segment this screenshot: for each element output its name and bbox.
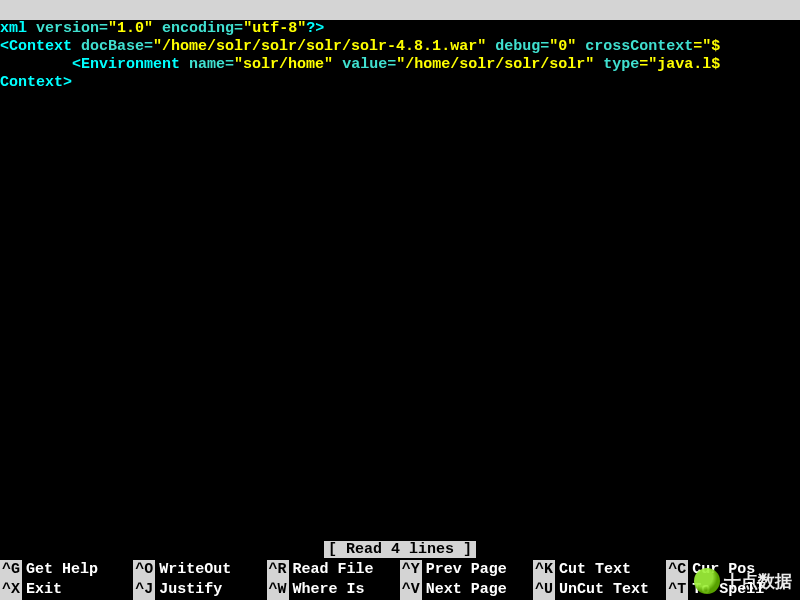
shortcut-label: To Spell	[692, 580, 764, 600]
shortcut-uncut-text[interactable]: ^UUnCut Text	[533, 580, 666, 600]
shortcut-row-2: ^XExit^JJustify^WWhere Is^VNext Page^UUn…	[0, 580, 800, 600]
shortcut-key: ^T	[666, 580, 688, 600]
shortcut-label: Where Is	[293, 580, 365, 600]
shortcut-key: ^G	[0, 560, 22, 580]
title-bar: GNU nano 2.2.6 File: solr.xml	[0, 0, 800, 20]
shortcut-justify[interactable]: ^JJustify	[133, 580, 266, 600]
shortcut-next-page[interactable]: ^VNext Page	[400, 580, 533, 600]
shortcut-key: ^X	[0, 580, 22, 600]
shortcut-row-1: ^GGet Help^OWriteOut^RRead File^YPrev Pa…	[0, 560, 800, 580]
editor-line[interactable]: Context>	[0, 74, 800, 92]
shortcut-label: UnCut Text	[559, 580, 649, 600]
shortcut-label: Prev Page	[426, 560, 507, 580]
editor-line[interactable]: xml version="1.0" encoding="utf-8"?>	[0, 20, 800, 38]
shortcut-get-help[interactable]: ^GGet Help	[0, 560, 133, 580]
shortcut-exit[interactable]: ^XExit	[0, 580, 133, 600]
shortcut-label: Read File	[293, 560, 374, 580]
shortcut-cut-text[interactable]: ^KCut Text	[533, 560, 666, 580]
editor-area[interactable]: xml version="1.0" encoding="utf-8"?><Con…	[0, 20, 800, 92]
editor-line[interactable]: <Environment name="solr/home" value="/ho…	[0, 56, 800, 74]
shortcut-read-file[interactable]: ^RRead File	[267, 560, 400, 580]
status-text: [ Read 4 lines ]	[324, 541, 476, 558]
shortcut-label: WriteOut	[159, 560, 231, 580]
shortcut-label: Exit	[26, 580, 62, 600]
editor-line[interactable]: <Context docBase="/home/solr/solr/solr/s…	[0, 38, 800, 56]
shortcut-key: ^K	[533, 560, 555, 580]
shortcut-key: ^O	[133, 560, 155, 580]
shortcut-label: Justify	[159, 580, 222, 600]
shortcut-key: ^C	[666, 560, 688, 580]
shortcut-label: Cur Pos	[692, 560, 755, 580]
shortcut-key: ^J	[133, 580, 155, 600]
shortcut-label: Get Help	[26, 560, 98, 580]
shortcut-key: ^U	[533, 580, 555, 600]
shortcut-where-is[interactable]: ^WWhere Is	[267, 580, 400, 600]
shortcut-key: ^W	[267, 580, 289, 600]
shortcut-writeout[interactable]: ^OWriteOut	[133, 560, 266, 580]
shortcut-cur-pos[interactable]: ^CCur Pos	[666, 560, 799, 580]
shortcut-bar: ^GGet Help^OWriteOut^RRead File^YPrev Pa…	[0, 560, 800, 600]
shortcut-label: Next Page	[426, 580, 507, 600]
shortcut-label: Cut Text	[559, 560, 631, 580]
file-name: solr.xml	[26, 100, 98, 120]
shortcut-key: ^V	[400, 580, 422, 600]
shortcut-key: ^Y	[400, 560, 422, 580]
shortcut-to-spell[interactable]: ^TTo Spell	[666, 580, 799, 600]
shortcut-key: ^R	[267, 560, 289, 580]
shortcut-prev-page[interactable]: ^YPrev Page	[400, 560, 533, 580]
status-line: [ Read 4 lines ]	[0, 540, 800, 560]
